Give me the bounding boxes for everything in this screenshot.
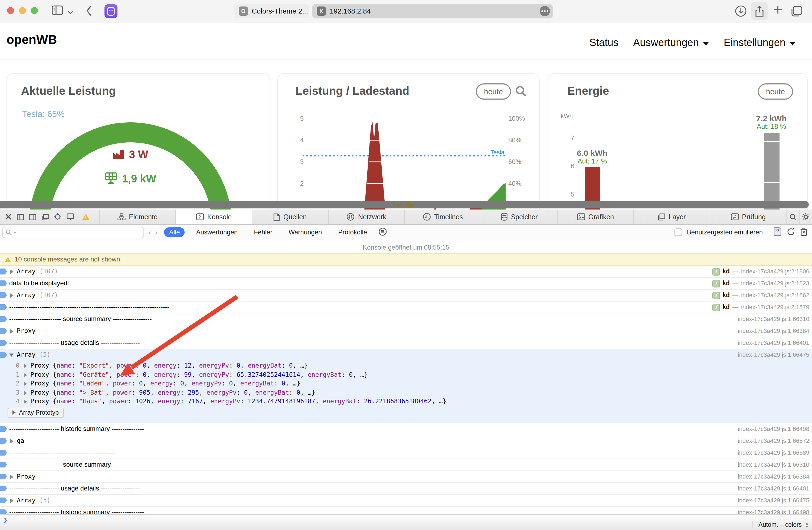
page-settings-ellipsis-icon[interactable] xyxy=(540,6,550,16)
tab-konsole[interactable]: ΣKonsole xyxy=(175,210,252,224)
tab-elemente[interactable]: Elemente xyxy=(99,210,175,224)
nav-item-auswertungen[interactable]: Auswertungen xyxy=(633,37,709,49)
hidden-messages-banner[interactable]: 10 console messages are not shown. xyxy=(0,253,812,266)
inspector-settings-gear-icon[interactable] xyxy=(799,210,812,224)
console-row[interactable]: data to be displayed:fkd—index-17c3a429.… xyxy=(0,278,812,290)
source-location-link[interactable]: index-17c3a429.js:1:66572 xyxy=(738,435,809,446)
minimize-window-button[interactable] xyxy=(19,7,26,14)
console-context-select[interactable]: Autom. – colors ▲▼ xyxy=(752,521,809,528)
console-row[interactable]: ------------------------ source summary … xyxy=(0,459,812,471)
array-item-row[interactable]: 1Proxy {name: "Geräte", power: 0, energy… xyxy=(0,370,812,379)
close-window-button[interactable] xyxy=(7,7,14,14)
source-location-link[interactable]: index-17c3a429.js:1:66498 xyxy=(738,423,809,434)
tab-netzwerk[interactable]: Netzwerk xyxy=(328,210,404,224)
downloads-icon[interactable] xyxy=(735,5,747,19)
disclosure-triangle-icon[interactable] xyxy=(10,270,14,274)
nav-item-einstellungen[interactable]: Einstellungen xyxy=(724,37,796,49)
undock-icon[interactable] xyxy=(42,214,49,220)
console-row[interactable]: ----------------------------------------… xyxy=(0,447,812,459)
source-location-link[interactable]: fkd—index-17c3a429.js:2:1879 xyxy=(712,302,809,313)
console-row[interactable]: Array (107)fkd—index-17c3a429.js:2:1806 xyxy=(0,266,812,278)
refresh-console-icon[interactable] xyxy=(786,227,795,238)
filter-fehler[interactable]: Fehler xyxy=(249,227,277,237)
sidebar-toggle-icon[interactable] xyxy=(52,5,63,18)
console-row[interactable]: ----------------------- usage details --… xyxy=(0,337,812,349)
source-location-link[interactable]: index-17c3a429.js:1:66498 xyxy=(738,506,809,515)
source-location-link[interactable]: index-17c3a429.js:1:66475 xyxy=(738,349,809,360)
console-row[interactable]: Proxyindex-17c3a429.js:1:66384 xyxy=(0,325,812,337)
tab-prufung[interactable]: Prüfung xyxy=(710,210,786,224)
source-location-link[interactable]: index-17c3a429.js:1:66589 xyxy=(738,447,809,458)
search-chart-icon[interactable] xyxy=(515,85,527,100)
console-row[interactable]: ----------------------------------------… xyxy=(0,302,812,313)
disclosure-triangle-icon[interactable] xyxy=(10,329,14,333)
disclosure-triangle-icon[interactable] xyxy=(9,354,14,357)
zoom-window-button[interactable] xyxy=(31,7,38,14)
console-row[interactable]: Proxyindex-17c3a429.js:1:66384 xyxy=(0,471,812,483)
disclosure-triangle-icon[interactable] xyxy=(10,474,14,479)
disclosure-triangle-icon[interactable] xyxy=(24,391,27,395)
new-tab-icon[interactable] xyxy=(772,4,783,18)
disclosure-triangle-icon[interactable] xyxy=(24,373,27,377)
disclosure-triangle-icon[interactable] xyxy=(24,382,27,386)
console-row[interactable]: gaindex-17c3a429.js:1:66572 xyxy=(0,435,812,447)
source-location-link[interactable]: index-17c3a429.js:1:66384 xyxy=(738,325,809,337)
web-inspector-extension-icon[interactable] xyxy=(104,4,117,18)
device-settings-icon[interactable] xyxy=(67,213,74,220)
find-previous-button[interactable]: ‹ xyxy=(148,228,151,237)
source-location-link[interactable]: fkd—index-17c3a429.js:2:1862 xyxy=(712,290,809,301)
source-location-link[interactable]: index-17c3a429.js:1:66384 xyxy=(738,471,809,482)
array-item-row[interactable]: 3Proxy {name: "> Bat", power: 905, energ… xyxy=(0,388,812,397)
close-inspector-icon[interactable] xyxy=(5,214,11,220)
tab-speicher[interactable]: Speicher xyxy=(481,210,557,224)
console-row[interactable]: ------------------------ source summary … xyxy=(0,313,812,325)
filter-alle[interactable]: Alle xyxy=(164,227,185,237)
array-item-row[interactable]: 0Proxy {name: "Export", power: 0, energy… xyxy=(0,361,812,370)
console-row[interactable]: ----------------------- usage details --… xyxy=(0,483,812,495)
back-button[interactable] xyxy=(85,4,92,19)
console-row[interactable]: ----------------------- historic summary… xyxy=(0,506,812,515)
tab-timelines[interactable]: Timelines xyxy=(404,210,481,224)
tab-overview-icon[interactable] xyxy=(791,5,803,19)
disclosure-triangle-icon[interactable] xyxy=(24,400,27,404)
brand-logo[interactable]: openWB xyxy=(6,32,57,47)
js-context-icon[interactable]: JS xyxy=(773,227,782,238)
filter-protokolle[interactable]: Protokolle xyxy=(333,227,372,237)
share-icon[interactable] xyxy=(751,2,768,20)
disclosure-triangle-icon[interactable] xyxy=(10,439,14,443)
tab-grafiken[interactable]: Grafiken xyxy=(557,210,633,224)
filter-warnungen[interactable]: Warnungen xyxy=(284,227,327,237)
source-location-link[interactable]: index-17c3a429.js:1:66475 xyxy=(738,495,809,506)
console-search-input[interactable] xyxy=(2,227,144,238)
console-prompt-bar[interactable]: ❯ Autom. – colors ▲▼ xyxy=(0,514,812,530)
source-location-link[interactable]: index-17c3a429.js:1:66310 xyxy=(738,313,809,325)
disclosure-triangle-icon[interactable] xyxy=(10,498,14,503)
browser-tab[interactable]: O Colors-Theme 2... xyxy=(234,4,309,18)
element-picker-icon[interactable] xyxy=(54,213,61,220)
disclosure-triangle-icon[interactable] xyxy=(10,293,14,298)
range-button-heute[interactable]: heute xyxy=(758,83,793,100)
source-location-link[interactable]: index-17c3a429.js:1:66401 xyxy=(738,483,809,494)
source-location-link[interactable]: index-17c3a429.js:1:66310 xyxy=(738,459,809,470)
filter-auswertungen[interactable]: Auswertungen xyxy=(191,227,243,237)
dock-bottom-icon[interactable] xyxy=(29,214,36,220)
range-button-heute[interactable]: heute xyxy=(476,83,511,100)
console-row[interactable]: Array (107)fkd—index-17c3a429.js:2:1862 xyxy=(0,290,812,302)
array-prototype-button[interactable]: Array Prototyp xyxy=(8,407,63,418)
array-item-row[interactable]: 2Proxy {name: "Laden", power: 0, energy:… xyxy=(0,379,812,388)
console-options-icon[interactable] xyxy=(378,227,387,238)
console-row[interactable]: ----------------------- historic summary… xyxy=(0,423,812,435)
source-location-link[interactable]: fkd—index-17c3a429.js:2:1823 xyxy=(712,278,809,289)
nav-item-status[interactable]: Status xyxy=(589,37,619,49)
array-item-row[interactable]: 4Proxy {name: "Haus", power: 1026, energ… xyxy=(0,397,812,406)
tab-quellen[interactable]: Quellen xyxy=(252,210,328,224)
clear-console-trash-icon[interactable] xyxy=(800,227,808,238)
issues-warning-icon[interactable] xyxy=(82,213,90,220)
sidebar-chevron-icon[interactable] xyxy=(67,8,74,17)
console-row[interactable]: Array (5)index-17c3a429.js:1:66475 xyxy=(0,495,812,506)
dock-side-icon[interactable] xyxy=(17,214,24,220)
find-next-button[interactable]: › xyxy=(155,228,158,237)
console-row[interactable]: Array (5)index-17c3a429.js:1:66475 xyxy=(0,349,812,361)
source-location-link[interactable]: fkd—index-17c3a429.js:2:1806 xyxy=(712,266,809,277)
tab-layer[interactable]: Layer xyxy=(633,210,710,224)
